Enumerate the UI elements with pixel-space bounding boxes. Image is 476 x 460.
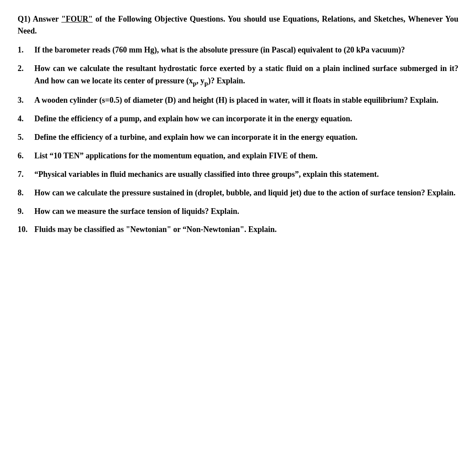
question-item: 10.Fluids may be classified as "Newtonia… — [18, 224, 458, 236]
question-number: 8. — [18, 187, 34, 199]
question-item: 6.List “10 TEN” applications for the mom… — [18, 150, 458, 162]
question-item: 4.Define the efficiency of a pump, and e… — [18, 113, 458, 125]
question-number: 3. — [18, 94, 34, 107]
question-text: List “10 TEN” applications for the momen… — [34, 150, 458, 162]
question-item: 7.“Physical variables in fluid mechanics… — [18, 168, 458, 181]
header: Q1) Answer "FOUR" of the Following Objec… — [18, 13, 458, 37]
question-number: 7. — [18, 168, 34, 181]
question-text: A wooden cylinder (s=0.5) of diameter (D… — [34, 94, 458, 107]
question-number: 9. — [18, 206, 34, 218]
question-item: 8.How can we calculate the pressure sust… — [18, 187, 458, 199]
question-text: Fluids may be classified as "Newtonian" … — [34, 224, 458, 236]
q-label: Q1) — [18, 15, 30, 23]
question-number: 6. — [18, 150, 34, 162]
question-item: 5.Define the efficiency of a turbine, an… — [18, 131, 458, 144]
question-number: 4. — [18, 113, 34, 125]
question-number: 1. — [18, 44, 34, 56]
questions-list: 1.If the barometer reads (760 mm Hg), wh… — [18, 44, 458, 236]
question-item: 2.How can we calculate the resultant hyd… — [18, 63, 458, 88]
four-underline: "FOUR" — [61, 15, 93, 23]
question-text: How can we calculate the resultant hydro… — [34, 63, 458, 88]
question-item: 9.How can we measure the surface tension… — [18, 206, 458, 218]
question-item: 3.A wooden cylinder (s=0.5) of diameter … — [18, 94, 458, 107]
header-instruction-prefix: Answer — [33, 15, 61, 23]
question-text: If the barometer reads (760 mm Hg), what… — [34, 44, 458, 56]
question-text: “Physical variables in fluid mechanics a… — [34, 168, 458, 181]
question-text: How can we measure the surface tension o… — [34, 206, 458, 218]
question-text: Define the efficiency of a pump, and exp… — [34, 113, 458, 125]
question-number: 10. — [18, 224, 34, 236]
question-text: Define the efficiency of a turbine, and … — [34, 131, 458, 144]
question-number: 5. — [18, 131, 34, 144]
question-number: 2. — [18, 63, 34, 88]
question-text: How can we calculate the pressure sustai… — [34, 187, 458, 199]
question-item: 1.If the barometer reads (760 mm Hg), wh… — [18, 44, 458, 56]
